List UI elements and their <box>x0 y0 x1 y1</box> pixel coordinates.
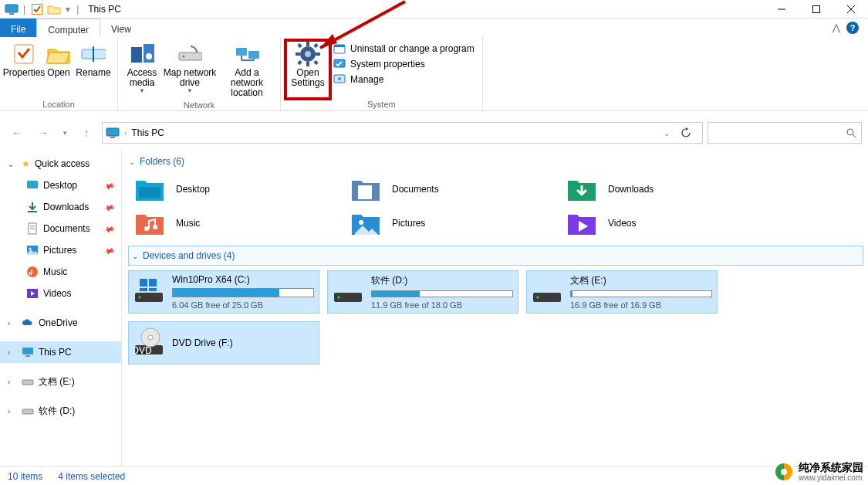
collapse-ribbon-icon[interactable]: ⋀ <box>833 22 840 33</box>
ribbon-group-network: Access media ▼ Map network drive ▼ Add a… <box>118 37 281 110</box>
nav-onedrive[interactable]: › OneDrive <box>0 312 121 334</box>
help-icon[interactable]: ? <box>846 22 859 34</box>
folder-desktop-label: Desktop <box>176 184 210 195</box>
nav-this-pc-label: This PC <box>39 347 72 358</box>
manage-label: Manage <box>350 74 383 85</box>
minimize-button[interactable] <box>764 0 799 19</box>
nav-quick-access-label: Quick access <box>35 158 90 169</box>
svg-point-66 <box>537 297 539 299</box>
cloud-icon <box>22 317 34 329</box>
drive-f-dvd[interactable]: DVD DVD Drive (F:) <box>128 321 319 365</box>
window-buttons <box>764 0 868 19</box>
nav-documents[interactable]: Documents 📌 <box>0 218 121 239</box>
dropdown-icon[interactable]: ▾ <box>64 2 72 16</box>
rename-button[interactable]: Rename <box>74 40 113 80</box>
nav-up-button[interactable]: ↑ <box>76 122 97 144</box>
nav-music-label: Music <box>43 266 67 277</box>
open-settings-button[interactable]: Open Settings <box>285 40 330 99</box>
open-button[interactable]: Open <box>43 40 74 80</box>
svg-rect-61 <box>140 288 147 291</box>
chevron-right-icon[interactable]: › <box>8 319 17 327</box>
refresh-button[interactable] <box>681 127 699 138</box>
drive-d-name: 软件 (D:) <box>371 274 513 287</box>
star-icon: ★ <box>22 158 30 169</box>
address-row: ← → ▾ ↑ › This PC ⌄ <box>0 119 868 147</box>
drive-icon <box>22 375 34 388</box>
chevron-down-icon[interactable]: ⌄ <box>8 160 17 168</box>
group-header-drives[interactable]: ⌄ Devices and drives (4) <box>128 246 863 266</box>
this-pc-icon <box>106 127 120 138</box>
manage-icon <box>333 73 346 86</box>
gear-icon <box>296 42 320 66</box>
nav-forward-button[interactable]: → <box>32 122 54 144</box>
chevron-right-icon[interactable]: › <box>8 348 17 357</box>
svg-point-34 <box>338 77 341 80</box>
checkbox-icon[interactable] <box>30 2 44 16</box>
system-properties-button[interactable]: System properties <box>330 57 478 71</box>
svg-rect-15 <box>236 48 247 56</box>
close-button[interactable] <box>833 0 868 19</box>
properties-label: Properties <box>3 68 46 78</box>
group-header-drives-label: Devices and drives (4) <box>143 250 235 261</box>
chevron-right-icon[interactable]: › <box>8 407 17 415</box>
uninstall-button[interactable]: Uninstall or change a program <box>330 42 478 56</box>
uninstall-icon <box>333 42 346 55</box>
chevron-right-icon[interactable]: › <box>124 129 127 137</box>
add-location-label: Add a network location <box>218 68 275 99</box>
nav-onedrive-label: OneDrive <box>39 317 78 328</box>
nav-drive-e-label: 文档 (E:) <box>39 375 75 388</box>
folder-videos[interactable]: Videos <box>566 210 751 236</box>
drive-c[interactable]: Win10Pro X64 (C:) 6.04 GB free of 25.0 G… <box>128 270 319 314</box>
properties-button[interactable]: Properties <box>5 40 43 80</box>
folder-desktop[interactable]: Desktop <box>134 176 319 202</box>
nav-pictures[interactable]: Pictures 📌 <box>0 239 121 261</box>
svg-rect-4 <box>812 5 819 12</box>
nav-drive-d-label: 软件 (D:) <box>39 405 75 418</box>
folder-pictures[interactable]: Pictures <box>350 210 535 236</box>
svg-rect-36 <box>110 137 115 138</box>
nav-quick-access[interactable]: ⌄ ★ Quick access <box>0 153 121 175</box>
nav-this-pc[interactable]: › This PC <box>0 341 121 363</box>
nav-music[interactable]: Music <box>0 261 121 283</box>
watermark-name: 纯净系统家园 <box>799 462 863 473</box>
window-title: This PC <box>88 4 121 15</box>
chevron-down-icon: ▼ <box>139 88 145 95</box>
pictures-folder-icon <box>350 210 381 236</box>
svg-point-64 <box>338 297 340 299</box>
nav-drive-d[interactable]: › 软件 (D:) <box>0 400 121 422</box>
manage-button[interactable]: Manage <box>330 73 478 86</box>
properties-icon <box>12 42 36 66</box>
tab-view[interactable]: View <box>100 19 142 37</box>
nav-downloads[interactable]: Downloads 📌 <box>0 196 121 218</box>
tab-file[interactable]: File <box>0 19 36 37</box>
navigation-pane: ⌄ ★ Quick access Desktop 📌 Downloads 📌 D… <box>0 150 122 466</box>
add-network-location-button[interactable]: Add a network location <box>218 40 275 100</box>
address-dropdown-button[interactable]: ⌄ <box>657 129 676 137</box>
drive-e[interactable]: 文档 (E:) 16.9 GB free of 16.9 GB <box>526 270 718 314</box>
breadcrumb-this-pc[interactable]: This PC <box>131 127 164 138</box>
search-box[interactable] <box>708 122 862 144</box>
svg-point-45 <box>29 248 32 250</box>
nav-desktop[interactable]: Desktop 📌 <box>0 175 121 196</box>
maximize-button[interactable] <box>799 0 833 19</box>
svg-point-46 <box>27 266 38 277</box>
folder-music[interactable]: Music <box>134 210 319 236</box>
downloads-folder-icon <box>566 176 597 202</box>
nav-drive-e[interactable]: › 文档 (E:) <box>0 371 121 392</box>
group-header-folders[interactable]: ⌄ Folders (6) <box>128 151 863 171</box>
nav-videos[interactable]: Videos <box>0 283 121 304</box>
chevron-right-icon[interactable]: › <box>8 378 17 386</box>
map-network-drive-button[interactable]: Map network drive ▼ <box>161 40 218 97</box>
address-bar[interactable]: › This PC ⌄ <box>102 122 703 144</box>
folder-documents[interactable]: Documents <box>350 176 535 202</box>
ribbon-group-system: Open Settings Uninstall or change a prog… <box>281 37 483 110</box>
access-media-button[interactable]: Access media ▼ <box>123 40 161 97</box>
svg-rect-23 <box>306 62 309 66</box>
tab-computer[interactable]: Computer <box>36 19 100 37</box>
folder-icon[interactable] <box>47 2 61 16</box>
folder-downloads[interactable]: Downloads <box>566 176 751 202</box>
drive-e-free: 16.9 GB free of 16.9 GB <box>570 300 712 310</box>
nav-history-button[interactable]: ▾ <box>59 122 71 144</box>
drive-d[interactable]: 软件 (D:) 11.9 GB free of 18.0 GB <box>327 270 518 314</box>
nav-back-button[interactable]: ← <box>6 122 28 144</box>
